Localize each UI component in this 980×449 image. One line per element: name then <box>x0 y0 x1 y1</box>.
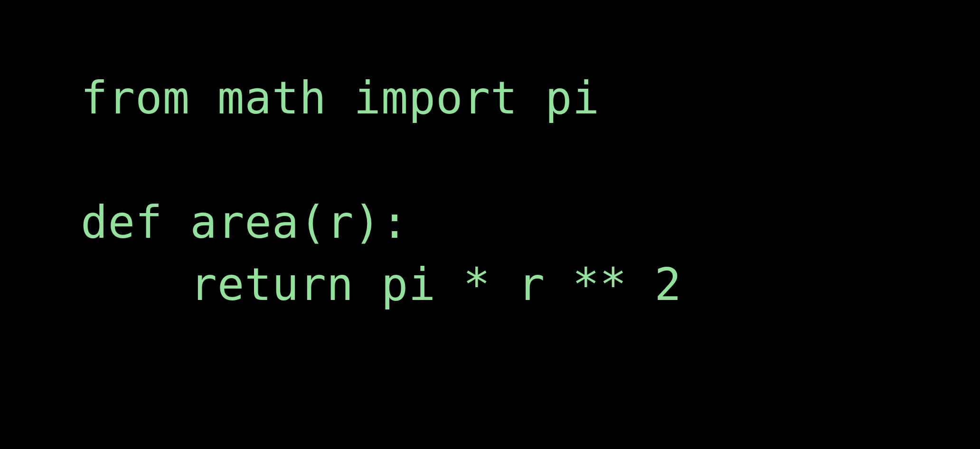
code-block: from math import pi def area(r): return … <box>81 69 682 318</box>
code-line: def area(r): <box>81 196 408 248</box>
code-line: return pi * r ** 2 <box>81 259 682 310</box>
code-line: from math import pi <box>81 72 600 124</box>
